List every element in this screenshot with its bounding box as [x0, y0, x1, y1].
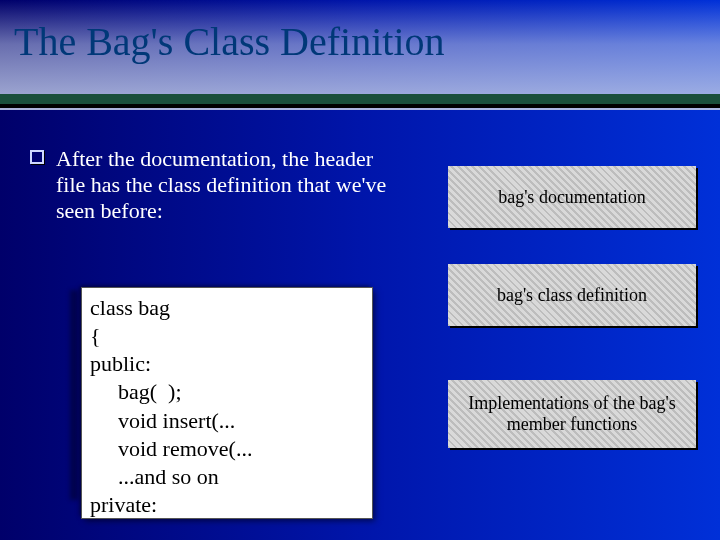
- bullet-text: After the documentation, the header file…: [56, 146, 396, 224]
- file-section-label: bag's class definition: [491, 285, 653, 306]
- code-line: public:: [90, 350, 364, 378]
- divider-black: [0, 104, 720, 108]
- code-line: bag( );: [90, 378, 364, 406]
- code-line: void insert(...: [90, 407, 364, 435]
- file-section-label: Implementations of the bag's member func…: [448, 393, 696, 434]
- code-line: class bag: [90, 294, 364, 322]
- slide: The Bag's Class Definition After the doc…: [0, 0, 720, 540]
- file-section-implementations: Implementations of the bag's member func…: [448, 380, 696, 448]
- file-section-documentation: bag's documentation: [448, 166, 696, 228]
- file-section-label: bag's documentation: [492, 187, 652, 208]
- slide-title: The Bag's Class Definition: [14, 18, 445, 65]
- code-left-shadow: [70, 290, 78, 500]
- bullet-content: After the documentation, the header file…: [56, 146, 386, 223]
- file-section-class-definition: bag's class definition: [448, 264, 696, 326]
- divider-green: [0, 94, 720, 104]
- code-line: private:: [90, 491, 364, 519]
- bullet-marker-icon: [30, 150, 44, 164]
- code-line: ...and so on: [90, 463, 364, 491]
- code-line: void remove(...: [90, 435, 364, 463]
- code-box: class bag { public: bag( ); void insert(…: [82, 288, 372, 518]
- code-line: {: [90, 322, 364, 350]
